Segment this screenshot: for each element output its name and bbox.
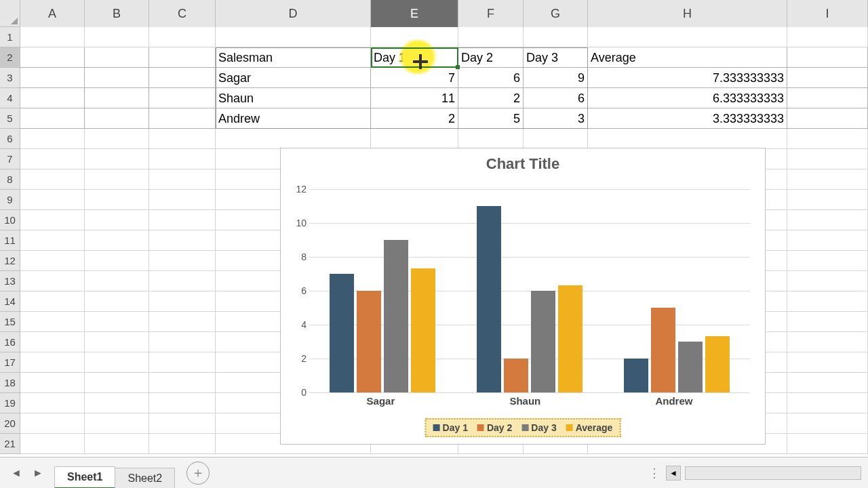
cell-G2[interactable]: Day 3: [524, 47, 588, 68]
cell-I9[interactable]: [787, 190, 868, 210]
cell-A12[interactable]: [20, 251, 85, 271]
cell-C11[interactable]: [149, 230, 216, 251]
cell-C13[interactable]: [149, 271, 216, 291]
cell-B9[interactable]: [85, 190, 149, 210]
bar-Andrew-Day 1[interactable]: [624, 359, 648, 392]
cell-G3[interactable]: 9: [524, 68, 588, 88]
cell-F4[interactable]: 2: [458, 88, 524, 108]
cell-G1[interactable]: [524, 27, 588, 47]
cell-I11[interactable]: [787, 230, 868, 251]
tab-nav-next[interactable]: ►: [27, 462, 49, 484]
cell-B8[interactable]: [85, 169, 149, 190]
cell-H2[interactable]: Average: [588, 47, 787, 68]
cell-I10[interactable]: [787, 210, 868, 230]
cell-C16[interactable]: [149, 332, 216, 352]
row-header-17[interactable]: 17: [0, 352, 20, 373]
cell-C17[interactable]: [149, 352, 216, 373]
cell-C10[interactable]: [149, 210, 216, 230]
tab-nav-prev[interactable]: ◄: [5, 462, 27, 484]
horizontal-scroll[interactable]: ⋮ ◄: [648, 466, 861, 481]
cell-C7[interactable]: [149, 149, 216, 169]
cell-E1[interactable]: [371, 27, 458, 47]
cell-B1[interactable]: [85, 27, 149, 47]
cell-I21[interactable]: [787, 434, 868, 454]
cell-H5[interactable]: 3.333333333: [588, 108, 787, 129]
cell-D4[interactable]: Shaun: [216, 88, 371, 108]
cell-I17[interactable]: [787, 352, 868, 373]
cell-D1[interactable]: [216, 27, 371, 47]
cell-F1[interactable]: [458, 27, 524, 47]
cell-B12[interactable]: [85, 251, 149, 271]
bar-Sagar-Day 3[interactable]: [384, 240, 408, 392]
cell-I1[interactable]: [787, 27, 868, 47]
cell-E4[interactable]: 11: [371, 88, 458, 108]
row-header-1[interactable]: 1: [0, 27, 20, 47]
chart-legend[interactable]: Day 1Day 2Day 3Average: [425, 418, 621, 437]
row-header-6[interactable]: 6: [0, 129, 20, 149]
bar-Sagar-Day 1[interactable]: [330, 274, 354, 392]
cell-A13[interactable]: [20, 271, 85, 291]
cell-A16[interactable]: [20, 332, 85, 352]
cell-A11[interactable]: [20, 230, 85, 251]
cell-A17[interactable]: [20, 352, 85, 373]
row-header-15[interactable]: 15: [0, 312, 20, 332]
row-header-18[interactable]: 18: [0, 373, 20, 393]
bar-Shaun-Day 2[interactable]: [504, 359, 528, 392]
col-header-G[interactable]: G: [524, 0, 588, 27]
legend-item[interactable]: Day 1: [433, 422, 468, 433]
cell-E2[interactable]: Day 1: [371, 47, 458, 68]
cell-B13[interactable]: [85, 271, 149, 291]
bar-Shaun-Average[interactable]: [558, 285, 583, 392]
col-header-F[interactable]: F: [458, 0, 524, 27]
row-header-19[interactable]: 19: [0, 393, 20, 413]
cell-B11[interactable]: [85, 230, 149, 251]
cell-B19[interactable]: [85, 393, 149, 413]
bar-Andrew-Average[interactable]: [705, 336, 730, 392]
cell-I19[interactable]: [787, 393, 868, 413]
cell-C21[interactable]: [149, 434, 216, 454]
bar-Andrew-Day 3[interactable]: [678, 342, 703, 392]
cell-A1[interactable]: [20, 27, 85, 47]
cell-C3[interactable]: [149, 68, 216, 88]
cell-I18[interactable]: [787, 373, 868, 393]
cell-C12[interactable]: [149, 251, 216, 271]
cell-I16[interactable]: [787, 332, 868, 352]
cell-B16[interactable]: [85, 332, 149, 352]
hscroll-left[interactable]: ◄: [666, 466, 681, 481]
bar-Andrew-Day 2[interactable]: [651, 308, 675, 392]
cell-F6[interactable]: [458, 129, 524, 149]
cell-B3[interactable]: [85, 68, 149, 88]
bar-Sagar-Day 2[interactable]: [357, 291, 381, 392]
cell-E3[interactable]: 7: [371, 68, 458, 88]
col-header-E[interactable]: E: [371, 0, 458, 27]
cell-G6[interactable]: [524, 129, 588, 149]
cell-C19[interactable]: [149, 393, 216, 413]
select-all-corner[interactable]: [0, 0, 20, 27]
row-header-12[interactable]: 12: [0, 251, 20, 271]
row-header-20[interactable]: 20: [0, 413, 20, 434]
cell-A20[interactable]: [20, 413, 85, 434]
cell-A5[interactable]: [20, 108, 85, 129]
cell-B5[interactable]: [85, 108, 149, 129]
cell-A8[interactable]: [20, 169, 85, 190]
cell-B15[interactable]: [85, 312, 149, 332]
row-header-13[interactable]: 13: [0, 271, 20, 291]
cell-A15[interactable]: [20, 312, 85, 332]
legend-item[interactable]: Day 3: [521, 422, 556, 433]
legend-item[interactable]: Day 2: [477, 422, 512, 433]
chart-plot-area[interactable]: 024681012: [309, 189, 750, 392]
cell-B7[interactable]: [85, 149, 149, 169]
add-sheet-button[interactable]: ＋: [186, 462, 210, 485]
cell-I7[interactable]: [787, 149, 868, 169]
cell-C5[interactable]: [149, 108, 216, 129]
cell-C15[interactable]: [149, 312, 216, 332]
sheet-tab-Sheet1[interactable]: Sheet1: [54, 466, 115, 488]
col-header-C[interactable]: C: [149, 0, 216, 27]
cell-A6[interactable]: [20, 129, 85, 149]
cell-B4[interactable]: [85, 88, 149, 108]
cell-A3[interactable]: [20, 68, 85, 88]
spreadsheet-grid[interactable]: ABCDEFGHI 123456789101112131415161718192…: [0, 0, 868, 488]
tab-split-handle[interactable]: ⋮: [648, 466, 662, 481]
cell-I6[interactable]: [787, 129, 868, 149]
row-header-2[interactable]: 2: [0, 47, 20, 68]
